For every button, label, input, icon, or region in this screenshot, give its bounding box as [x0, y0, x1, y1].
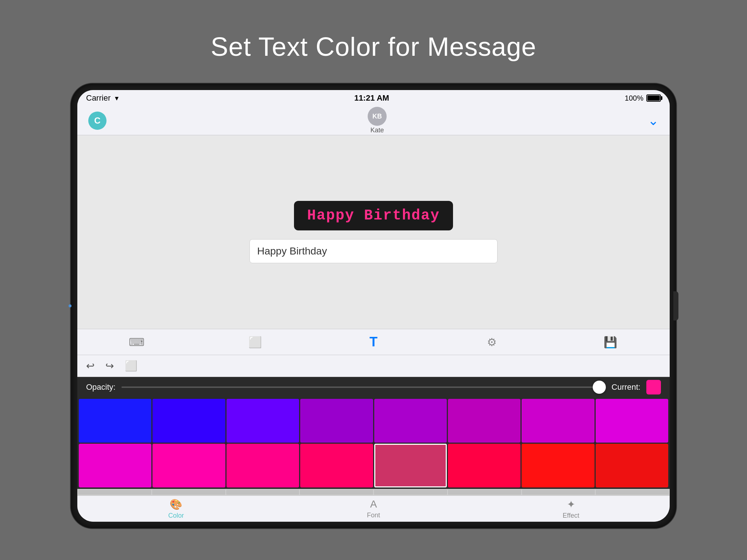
scrollbar-item [152, 490, 225, 495]
font-tab-icon: A [370, 498, 377, 510]
color-cell[interactable] [79, 399, 151, 443]
undo-button[interactable]: ↩ [86, 360, 94, 372]
color-cell[interactable] [448, 399, 520, 443]
save-icon: 💾 [604, 336, 617, 349]
edit-toolbar: ↩ ↪ ⬜ [77, 355, 670, 377]
page-title: Set Text Color for Message [210, 32, 536, 62]
color-cell[interactable] [300, 399, 373, 443]
scrollbar-item [522, 490, 595, 495]
tab-effect[interactable]: ✦ Effect [549, 498, 593, 520]
nav-center: KB Kate [368, 107, 387, 134]
color-cell[interactable] [152, 399, 225, 443]
tab-font[interactable]: A Font [352, 498, 395, 519]
color-cell[interactable] [227, 399, 299, 443]
keyboard-icon: ⌨ [129, 336, 144, 349]
text-icon: T [369, 334, 378, 350]
chevron-down-icon: ⌄ [648, 113, 659, 128]
message-input[interactable]: Happy Birthday [249, 239, 498, 263]
status-bar: Carrier ▾ 11:21 AM 100% [77, 90, 670, 106]
status-left: Carrier ▾ [86, 93, 119, 103]
battery-percentage: 100% [625, 94, 643, 102]
message-area: Happy Birthday Happy Birthday [77, 135, 670, 329]
color-cell-selected[interactable] [374, 444, 447, 487]
ipad-frame: Carrier ▾ 11:21 AM 100% C KB Kate ⌄ [71, 83, 676, 528]
current-color-swatch [646, 380, 661, 394]
opacity-row: Opacity: Current: [77, 377, 670, 397]
color-cell[interactable] [448, 444, 520, 487]
nav-bar: C KB Kate ⌄ [77, 106, 670, 135]
contact-avatar: KB [368, 107, 387, 126]
color-row-1 [79, 399, 668, 443]
color-cell[interactable] [227, 444, 299, 487]
back-icon: C [94, 116, 100, 126]
message-input-row: Happy Birthday [249, 239, 498, 263]
color-tab-label: Color [168, 512, 184, 520]
color-row-2 [79, 444, 668, 487]
message-preview-bubble: Happy Birthday [294, 201, 453, 230]
ipad-screen: Carrier ▾ 11:21 AM 100% C KB Kate ⌄ [77, 90, 670, 522]
effects-icon: ⚙ [487, 336, 497, 349]
battery-fill [647, 96, 660, 101]
effect-tab-icon: ✦ [567, 498, 575, 510]
image-button[interactable]: ⬜ [244, 333, 266, 351]
redo-icon: ↪ [105, 360, 114, 372]
color-cell[interactable] [522, 399, 594, 443]
carrier-label: Carrier [86, 93, 111, 103]
save-button[interactable]: 💾 [600, 333, 622, 351]
color-cell[interactable] [596, 399, 668, 443]
opacity-thumb[interactable] [593, 381, 606, 394]
nav-back-button[interactable]: C [88, 112, 107, 130]
toolbar: ⌨ ⬜ T ⚙ 💾 [77, 329, 670, 355]
scrollbar-item [596, 490, 669, 495]
text-button[interactable]: T [363, 333, 384, 351]
status-time: 11:21 AM [354, 93, 389, 103]
scrollbar-item [226, 490, 299, 495]
tab-color[interactable]: 🎨 Color [154, 498, 198, 520]
scrollbar-item [78, 490, 151, 495]
paste-icon: ⬜ [125, 360, 138, 372]
keyboard-button[interactable]: ⌨ [125, 333, 147, 351]
effect-tab-label: Effect [562, 512, 579, 520]
color-cell[interactable] [374, 399, 447, 443]
opacity-label: Opacity: [86, 382, 116, 392]
message-preview-text: Happy Birthday [307, 207, 440, 224]
color-cell[interactable] [522, 444, 594, 487]
wifi-icon: ▾ [115, 94, 119, 102]
font-tab-label: Font [367, 512, 380, 519]
color-cell[interactable] [79, 444, 151, 487]
battery-icon [646, 94, 661, 102]
opacity-track [121, 386, 606, 388]
color-panel: Opacity: Current: [77, 377, 670, 495]
redo-button[interactable]: ↪ [105, 360, 114, 372]
paste-button[interactable]: ⬜ [125, 360, 138, 372]
bottom-tab-bar: 🎨 Color A Font ✦ Effect [77, 495, 670, 522]
scrollbar-row [77, 489, 670, 495]
nav-right-button[interactable]: ⌄ [648, 113, 659, 128]
contact-name: Kate [370, 127, 384, 134]
opacity-slider-container[interactable] [121, 386, 606, 388]
status-right: 100% [625, 94, 661, 102]
scrollbar-item [448, 490, 521, 495]
scroll-indicator [69, 304, 71, 307]
color-grid [77, 397, 670, 489]
undo-icon: ↩ [86, 360, 94, 372]
image-icon: ⬜ [248, 336, 262, 349]
message-input-text: Happy Birthday [257, 245, 327, 257]
scrollbar-item [300, 490, 373, 495]
ipad-side-button [673, 291, 678, 320]
effects-button[interactable]: ⚙ [481, 333, 503, 351]
color-cell[interactable] [300, 444, 373, 487]
scrollbar-item [374, 490, 447, 495]
color-tab-icon: 🎨 [170, 498, 182, 510]
color-cell[interactable] [152, 444, 225, 487]
current-label: Current: [612, 382, 640, 392]
color-cell[interactable] [596, 444, 668, 487]
